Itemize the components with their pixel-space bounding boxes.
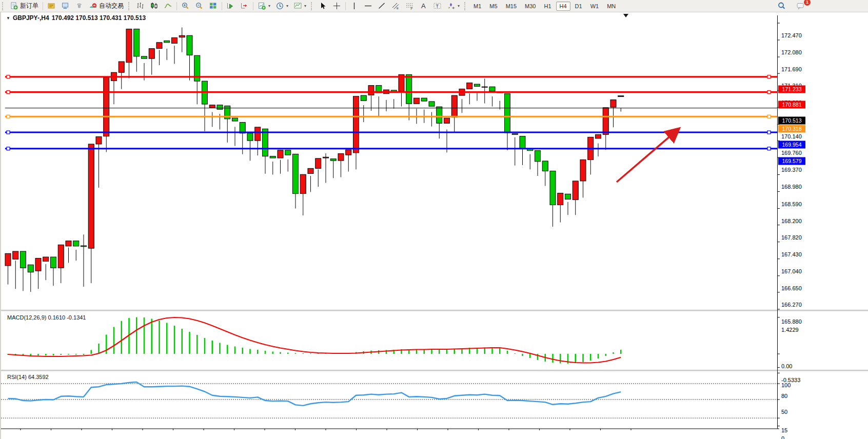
toolbar-band: EFAT▾	[309, 0, 462, 12]
support-line-2-handle[interactable]	[767, 147, 771, 150]
toolbar-grip[interactable]	[128, 2, 132, 10]
price-tick-label: 169.760	[781, 150, 812, 156]
rsi-tick-label: 50	[781, 409, 812, 415]
candle	[475, 84, 480, 86]
support-line-1-handle[interactable]	[767, 131, 771, 134]
chart-canvas[interactable]	[1, 12, 868, 439]
chart-window: ▼ GBPJPY-,H4 170.492 170.513 170.431 170…	[0, 12, 868, 439]
support-line-2-handle[interactable]	[7, 147, 10, 150]
candle	[610, 100, 616, 107]
candle	[5, 253, 11, 266]
chart-shift-marker[interactable]	[623, 14, 628, 17]
timeframe-m1-button[interactable]: M1	[470, 2, 485, 11]
notifications-button[interactable]: 1	[794, 1, 807, 11]
templates-button[interactable]: ▾	[291, 1, 308, 11]
rsi-tick-label: 80	[781, 393, 812, 399]
chart-shift-button[interactable]	[238, 1, 251, 11]
candle	[535, 151, 541, 162]
candle	[232, 118, 238, 121]
cursor-button[interactable]	[317, 1, 329, 11]
symbol-menu-icon[interactable]: ▼	[6, 16, 10, 21]
macd-indicator-label: MACD(12,26,9) 0.1610 -0.1341	[7, 314, 86, 321]
candle	[58, 245, 64, 268]
price-tick-label: 172.080	[781, 49, 812, 55]
candlestick-series	[5, 27, 624, 292]
timeframe-mn-button[interactable]: MN	[603, 2, 619, 11]
pivot-line-handle[interactable]	[7, 115, 10, 118]
price-tick-label: 168.980	[781, 184, 812, 190]
crosshair-icon	[332, 2, 341, 10]
fibonacci-button[interactable]: F	[403, 1, 416, 11]
text-button[interactable]: A	[417, 1, 430, 11]
zoom-in-icon	[181, 2, 190, 10]
toolbar-grip[interactable]	[464, 2, 468, 10]
resistance-line-1-handle[interactable]	[767, 75, 771, 78]
toolbar-grip[interactable]	[311, 2, 314, 10]
timeframe-m15-button[interactable]: M15	[502, 2, 520, 11]
dropdown-arrow-icon[interactable]: ▾	[268, 4, 270, 8]
market-watch-button[interactable]	[45, 1, 58, 11]
price-tick-label: 170.140	[781, 133, 812, 139]
candle	[21, 251, 26, 268]
search-button[interactable]	[775, 1, 788, 11]
indicators-button[interactable]: ▾	[255, 1, 272, 11]
dropdown-arrow-icon[interactable]: ▾	[458, 4, 460, 8]
candle	[217, 105, 223, 109]
candle	[573, 181, 578, 199]
candle	[368, 86, 374, 95]
timeframe-h1-button[interactable]: H1	[540, 2, 555, 11]
candle	[81, 246, 87, 247]
experts-button[interactable]	[59, 1, 72, 11]
resistance-line-2-handle[interactable]	[767, 91, 771, 94]
toolbar-grip[interactable]	[2, 2, 6, 10]
price-tick-label: 172.470	[781, 32, 812, 38]
rsi-tick-label: 100	[781, 382, 812, 388]
macd-tick-label: 1.4229	[781, 327, 812, 333]
label-button[interactable]: T	[431, 1, 444, 11]
macd-panel	[8, 317, 621, 364]
indicators-icon	[258, 2, 266, 10]
resistance-line-1-price-badge: 171.233	[778, 85, 805, 93]
vline-button[interactable]	[348, 1, 361, 11]
hline-button[interactable]	[362, 1, 374, 11]
candle	[330, 159, 336, 161]
resistance-line-1-handle[interactable]	[7, 75, 10, 78]
timeframe-h4-button[interactable]: H4	[556, 2, 570, 11]
resistance-line-2-handle[interactable]	[7, 91, 10, 94]
timeframe-m30-button[interactable]: M30	[521, 2, 539, 11]
periods-button[interactable]: ▾	[273, 1, 290, 11]
shapes-button[interactable]: ▾	[445, 1, 462, 11]
crosshair-button[interactable]	[330, 1, 343, 11]
trendline-button[interactable]	[376, 1, 388, 11]
svg-text:A: A	[421, 2, 426, 10]
toolbar-right: 1	[775, 1, 868, 11]
candle	[172, 37, 177, 43]
zoom-in-button[interactable]	[179, 1, 192, 11]
trend-annotation-arrow[interactable]	[617, 129, 678, 182]
auto-scroll-button[interactable]	[224, 1, 237, 11]
support-line-1-handle[interactable]	[7, 131, 10, 134]
line-chart-button[interactable]	[162, 1, 174, 11]
timeframe-d1-button[interactable]: D1	[571, 2, 586, 11]
price-tick-label: 166.650	[781, 285, 812, 291]
candle	[293, 154, 299, 193]
timeframe-m5-button[interactable]: M5	[486, 2, 501, 11]
dropdown-arrow-icon[interactable]: ▾	[304, 4, 306, 8]
signals-button[interactable]	[73, 1, 86, 11]
candle	[323, 157, 329, 158]
dropdown-arrow-icon[interactable]: ▾	[286, 4, 288, 8]
vline-icon	[350, 2, 359, 10]
price-tick-label: 166.270	[781, 302, 812, 308]
zoom-out-button[interactable]	[193, 1, 206, 11]
candle	[209, 105, 215, 108]
autotrade-button[interactable]: 自动交易	[87, 1, 126, 11]
new-order-button[interactable]: 新订单	[8, 1, 41, 11]
candle	[444, 118, 450, 123]
timeframe-w1-button[interactable]: W1	[587, 2, 603, 11]
bar-chart-button[interactable]	[134, 1, 147, 11]
chart-title: ▼ GBPJPY-,H4 170.492 170.513 170.431 170…	[6, 14, 146, 22]
channel-button[interactable]: E	[389, 1, 402, 11]
candle-chart-button[interactable]	[148, 1, 161, 11]
tile-windows-button[interactable]	[207, 1, 220, 11]
pivot-line-handle[interactable]	[767, 115, 771, 118]
